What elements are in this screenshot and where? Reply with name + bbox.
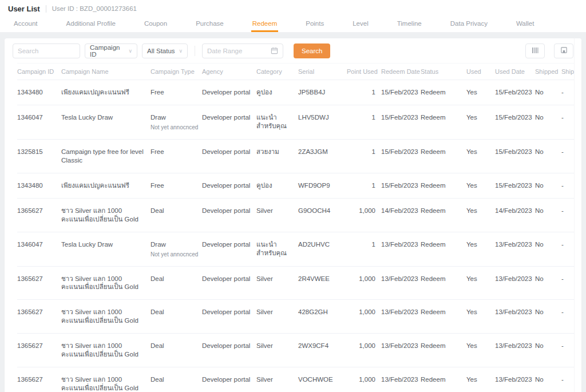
cell-used-date: 15/Feb/2023 [495,173,535,198]
search-button[interactable]: Search [294,43,330,58]
tab-bar: AccountAdditional ProfileCouponPurchaseR… [0,17,586,33]
cell-category: Silver [256,367,298,392]
table-row[interactable]: 1346047Tesla Lucky DrawDrawNot yet annoc… [17,232,581,266]
cell-campaign-id: 1365627 [17,300,61,334]
cell-status: Redeem [421,300,466,334]
cell-campaign-type: Deal [151,198,202,232]
cell-campaign-id: 1325815 [17,139,61,173]
column-header-serial: Serial [298,64,347,80]
cell-used: Yes [466,198,495,232]
table-row[interactable]: 1325815Campaign type free for level Clas… [17,139,581,173]
campaign-id-select[interactable]: Campaign ID ∨ [85,43,137,58]
redeem-table: Campaign IDCampaign NameCampaign TypeAge… [17,63,581,392]
cell-campaign-id: 1365627 [17,198,61,232]
table-row[interactable]: 1346047Tesla Lucky DrawDrawNot yet annoc… [17,105,581,139]
tab-purchase[interactable]: Purchase [195,17,225,32]
campaign-id-select-value: Campaign ID [90,44,125,58]
user-id-label: User ID : BZD_00001273661 [52,5,137,12]
cell-used: Yes [466,266,495,300]
tab-account[interactable]: Account [13,17,39,32]
cell-category: แนะนำสำหรับคุณ [256,232,298,266]
cell-agency: Developer portal [202,173,256,198]
cell-campaign-type: DrawNot yet annocnced [151,232,202,266]
cell-used-date: 13/Feb/2023 [495,300,535,334]
cell-shipped: No [535,198,561,232]
table-row[interactable]: 1365627ชาว Silver แลก 1000 คะแนนเพื่อเปล… [17,300,581,334]
top-header: User List User ID : BZD_00001273661 [0,0,586,17]
cell-campaign-id: 1365627 [17,334,61,367]
cell-campaign-id: 1343480 [17,173,61,198]
cell-shipped: No [535,367,561,392]
cell-campaign-name: Tesla Lucky Draw [61,105,151,139]
cell-agency: Developer portal [202,300,256,334]
tab-coupon[interactable]: Coupon [143,17,168,32]
column-header-used-date: Used Date [495,64,535,80]
cell-status: Redeem [421,105,466,139]
cell-used-date: 15/Feb/2023 [495,80,535,105]
save-button[interactable] [554,43,573,58]
tab-timeline[interactable]: Timeline [396,17,423,32]
scrollbar-track[interactable] [574,38,581,392]
cell-campaign-id: 1365627 [17,367,61,392]
column-header-point-used: Point Used [347,64,381,80]
cell-serial: VOCHWOE [298,367,347,392]
cell-category: Silver [256,300,298,334]
cell-serial: 428G2GH [298,300,347,334]
cell-shipped: No [535,266,561,300]
tab-points[interactable]: Points [304,17,325,32]
table-body: 1343480เพียงแคมเปญคะแนนฟรีFreeDeveloper … [17,80,581,392]
cell-redeem-date: 15/Feb/2023 [381,105,421,139]
cell-status: Redeem [421,139,466,173]
campaign-type-note: Not yet annocnced [151,124,196,131]
cell-used: Yes [466,139,495,173]
cell-campaign-id: 1343480 [17,80,61,105]
filter-divider [195,46,195,56]
cell-shipped: No [535,139,561,173]
tab-additional-profile[interactable]: Additional Profile [65,17,117,32]
cell-used: Yes [466,232,495,266]
search-input[interactable] [13,43,80,58]
cell-campaign-type: Deal [151,266,202,300]
content-card: Campaign ID ∨ All Status ∨ Date Range Se… [5,38,581,392]
tab-level[interactable]: Level [351,17,370,32]
cell-used-date: 13/Feb/2023 [495,367,535,392]
cell-agency: Developer portal [202,266,256,300]
column-settings-icon [531,46,539,56]
cell-status: Redeem [421,198,466,232]
tab-data-privacy[interactable]: Data Privacy [449,17,489,32]
cell-serial: 2R4VWEE [298,266,347,300]
cell-serial: AD2UHVC [298,232,347,266]
tab-redeem[interactable]: Redeem [251,17,278,32]
cell-redeem-date: 15/Feb/2023 [381,80,421,105]
table-row[interactable]: 1343480เพียงแคมเปญคะแนนฟรีFreeDeveloper … [17,80,581,105]
cell-redeem-date: 13/Feb/2023 [381,367,421,392]
date-range-picker[interactable]: Date Range [202,43,283,58]
cell-redeem-date: 13/Feb/2023 [381,334,421,367]
table-row[interactable]: 1343480เพียงแคมเปญคะแนนฟรีFreeDeveloper … [17,173,581,198]
table-row[interactable]: 1365627ชาว Silver แลก 1000 คะแนนเพื่อเปล… [17,367,581,392]
cell-serial: JP5BB4J [298,80,347,105]
cell-campaign-name: ชาว Silver แลก 1000 คะแนนเพื่อเปลี่ยนเป็… [61,266,151,300]
tab-wallet[interactable]: Wallet [515,17,536,32]
cell-agency: Developer portal [202,80,256,105]
cell-redeem-date: 13/Feb/2023 [381,232,421,266]
cell-agency: Developer portal [202,105,256,139]
cell-used: Yes [466,105,495,139]
status-select[interactable]: All Status ∨ [142,43,188,58]
chevron-down-icon: ∨ [179,48,183,54]
cell-agency: Developer portal [202,198,256,232]
column-settings-button[interactable] [525,43,545,58]
table-row[interactable]: 1365627ชาว Silver แลก 1000 คะแนนเพื่อเปล… [17,334,581,367]
date-range-placeholder: Date Range [207,47,242,54]
table-row[interactable]: 1365627ชาว Silver แลก 1000 คะแนนเพื่อเปล… [17,198,581,232]
table-row[interactable]: 1365627ชาว Silver แลก 1000 คะแนนเพื่อเปล… [17,266,581,300]
cell-point-used: 1 [347,105,381,139]
cell-serial: 2WX9CF4 [298,334,347,367]
column-header-redeem-date: Redeem Date [381,64,421,80]
cell-campaign-name: Campaign type free for level Classic [61,139,151,173]
cell-shipped: No [535,80,561,105]
cell-serial: LHV5DWJ [298,105,347,139]
cell-status: Redeem [421,334,466,367]
cell-used: Yes [466,300,495,334]
cell-used-date: 15/Feb/2023 [495,139,535,173]
